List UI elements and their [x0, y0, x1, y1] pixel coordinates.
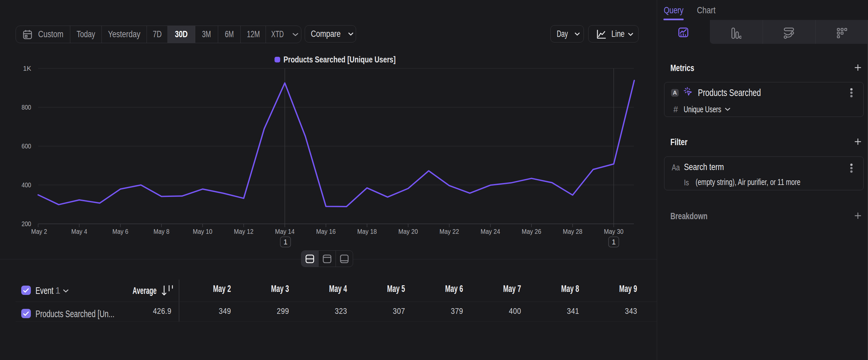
svg-text:May 26: May 26	[522, 228, 541, 235]
svg-text:May 16: May 16	[316, 228, 336, 235]
svg-text:May 14: May 14	[275, 228, 295, 235]
svg-text:1: 1	[612, 238, 616, 246]
svg-text:May 28: May 28	[563, 228, 583, 235]
svg-text:May 10: May 10	[193, 228, 213, 235]
svg-text:May 20: May 20	[399, 228, 418, 235]
svg-text:May 24: May 24	[481, 228, 500, 235]
svg-text:May 4: May 4	[71, 228, 87, 235]
svg-text:600: 600	[22, 142, 31, 150]
svg-text:800: 800	[22, 104, 31, 111]
svg-text:May 2: May 2	[31, 228, 47, 235]
svg-text:May 6: May 6	[113, 228, 128, 235]
svg-text:1K: 1K	[23, 65, 31, 72]
svg-text:May 8: May 8	[154, 228, 169, 235]
svg-text:May 30: May 30	[604, 228, 624, 235]
svg-text:200: 200	[22, 220, 31, 227]
svg-text:1: 1	[283, 238, 287, 246]
svg-text:May 12: May 12	[234, 228, 254, 235]
svg-text:400: 400	[22, 181, 31, 189]
svg-text:May 18: May 18	[358, 228, 377, 235]
svg-text:May 22: May 22	[440, 228, 459, 235]
